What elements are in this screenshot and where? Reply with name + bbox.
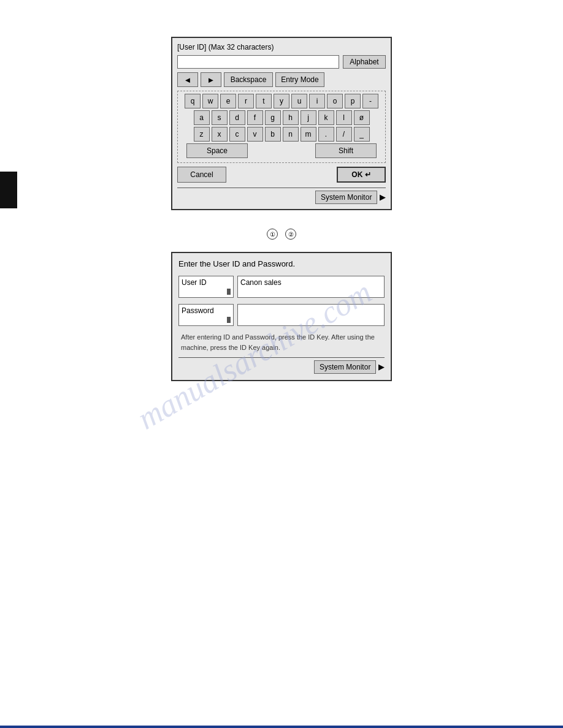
key-s[interactable]: s — [212, 110, 228, 125]
annotation-circle-1: ① — [267, 229, 278, 240]
password-label-box[interactable]: Password — [178, 304, 234, 326]
key-t[interactable]: t — [256, 94, 272, 108]
userid-value: Canon sales — [240, 278, 282, 287]
dialog-title: [User ID] (Max 32 characters) — [177, 43, 386, 51]
password-value-box[interactable] — [237, 304, 385, 326]
key-b[interactable]: b — [265, 127, 281, 142]
key-a[interactable]: a — [194, 110, 210, 125]
login-system-monitor-button[interactable]: System Monitor — [314, 360, 376, 374]
key-dash[interactable]: - — [362, 94, 378, 108]
userid-label-box[interactable]: User ID — [178, 276, 234, 298]
login-dialog-title: Enter the User ID and Password. — [178, 259, 385, 268]
system-monitor-bar: System Monitor ▶ — [177, 188, 386, 204]
userid-field-group: User ID Canon sales — [178, 276, 385, 298]
login-dialog: Enter the User ID and Password. User ID … — [171, 252, 392, 381]
userid-value-box[interactable]: Canon sales — [237, 276, 385, 298]
key-g[interactable]: g — [265, 110, 281, 125]
backspace-button[interactable]: Backspace — [224, 72, 273, 87]
userid-cursor — [227, 289, 231, 295]
key-z[interactable]: z — [194, 127, 210, 142]
system-monitor-arrow-icon: ▶ — [380, 192, 386, 202]
key-w[interactable]: w — [202, 94, 218, 108]
annotation-row: ① ② — [267, 229, 296, 240]
circle2-label: ② — [288, 231, 294, 238]
key-o[interactable]: o — [327, 94, 343, 108]
system-monitor-button[interactable]: System Monitor — [315, 191, 377, 204]
userid-text-input[interactable] — [177, 55, 339, 69]
input-row: Alphabet — [177, 55, 386, 69]
login-system-monitor-arrow-icon: ▶ — [378, 362, 385, 371]
key-c[interactable]: c — [229, 127, 245, 142]
ok-button[interactable]: OK ↵ — [337, 167, 386, 183]
key-h[interactable]: h — [283, 110, 299, 125]
key-oslash[interactable]: ø — [354, 110, 370, 125]
left-arrow-button[interactable]: ◄ — [177, 72, 198, 87]
key-m[interactable]: m — [301, 127, 316, 142]
left-black-bar — [0, 172, 17, 208]
circle1-label: ① — [270, 231, 275, 238]
key-i[interactable]: i — [309, 94, 325, 108]
key-d[interactable]: d — [229, 110, 245, 125]
key-v[interactable]: v — [247, 127, 263, 142]
bottom-line — [0, 726, 563, 728]
password-cursor — [227, 317, 231, 323]
key-f[interactable]: f — [247, 110, 263, 125]
userid-label: User ID — [182, 278, 207, 287]
keyboard-row-3: z x c v b n m . / _ — [180, 127, 383, 142]
space-button[interactable]: Space — [186, 143, 248, 158]
entry-mode-button[interactable]: Entry Mode — [275, 72, 324, 87]
key-j[interactable]: j — [301, 110, 316, 125]
key-period[interactable]: . — [318, 127, 334, 142]
key-underscore[interactable]: _ — [354, 127, 370, 142]
keyboard-row-2: a s d f g h j k l ø — [180, 110, 383, 125]
key-k[interactable]: k — [318, 110, 334, 125]
shift-button[interactable]: Shift — [315, 143, 377, 158]
userid-keyboard-dialog: [User ID] (Max 32 characters) Alphabet ◄… — [171, 37, 392, 210]
key-slash[interactable]: / — [336, 127, 352, 142]
key-e[interactable]: e — [220, 94, 236, 108]
key-p[interactable]: p — [345, 94, 361, 108]
key-q[interactable]: q — [185, 94, 201, 108]
key-l[interactable]: l — [336, 110, 352, 125]
key-y[interactable]: y — [274, 94, 289, 108]
keyboard-row-1: q w e r t y u i o p - — [180, 94, 383, 108]
login-note-text: After entering ID and Password, press th… — [181, 333, 375, 351]
right-arrow-button[interactable]: ► — [201, 72, 221, 87]
password-label: Password — [182, 306, 214, 315]
key-r[interactable]: r — [238, 94, 254, 108]
nav-row: ◄ ► Backspace Entry Mode — [177, 72, 386, 87]
key-u[interactable]: u — [291, 94, 307, 108]
keyboard-bottom-row: Space Shift — [180, 143, 383, 158]
key-x[interactable]: x — [212, 127, 228, 142]
login-system-monitor-bar: System Monitor ▶ — [178, 357, 385, 374]
key-n[interactable]: n — [283, 127, 299, 142]
cancel-button[interactable]: Cancel — [177, 167, 226, 183]
keyboard-section: q w e r t y u i o p - a s d f g h j k — [177, 91, 386, 163]
alphabet-button[interactable]: Alphabet — [343, 55, 386, 69]
password-field-group: Password — [178, 304, 385, 326]
login-note: After entering ID and Password, press th… — [178, 332, 385, 352]
action-row: Cancel OK ↵ — [177, 167, 386, 183]
annotation-circle-2: ② — [285, 229, 296, 240]
